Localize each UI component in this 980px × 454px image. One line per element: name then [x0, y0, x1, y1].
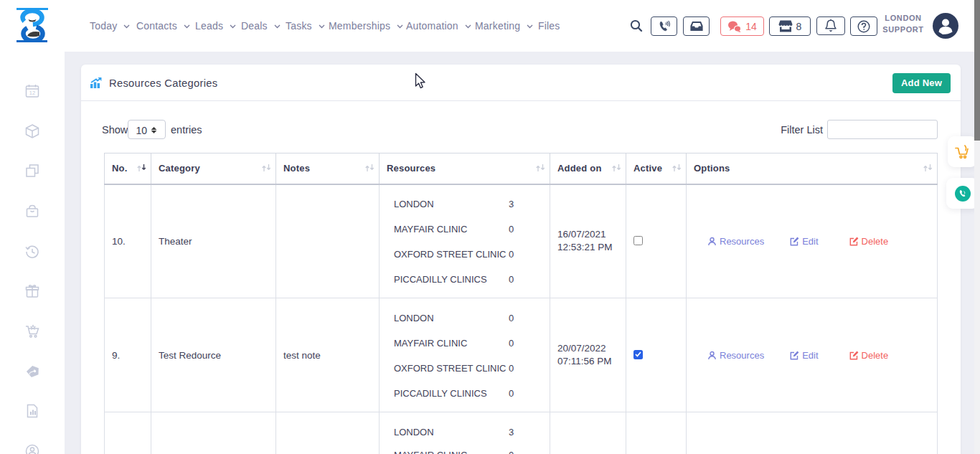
svg-text:12: 12 [29, 90, 35, 96]
